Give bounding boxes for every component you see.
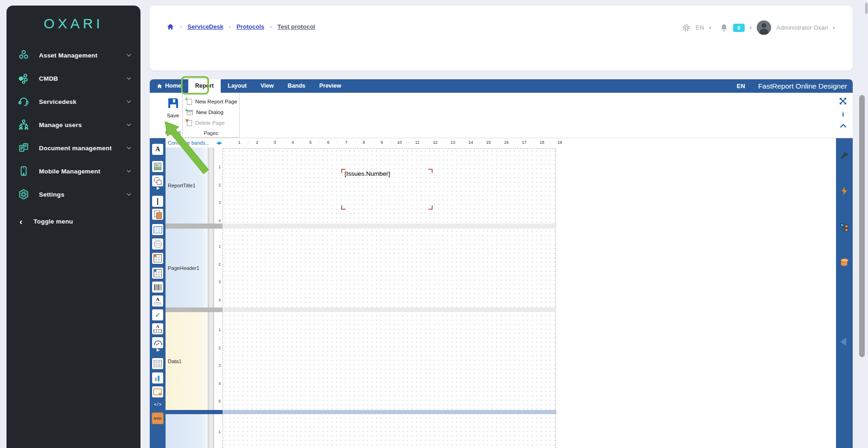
person-silhouette-icon — [757, 20, 771, 35]
shape-flyout-icon[interactable]: ▶ — [152, 186, 163, 190]
breadcrumb-card: › ServiceDesk › Protocols › Test protoco… — [150, 6, 853, 70]
selection-corner-icon — [428, 169, 433, 173]
report-tree-icon[interactable] — [840, 223, 849, 232]
cellular-text-tool[interactable]: A — [152, 323, 163, 334]
line-tool[interactable] — [152, 196, 163, 207]
fullscreen-icon[interactable] — [839, 97, 847, 105]
band-data[interactable]: Data1 — [166, 312, 208, 410]
breadcrumb-link-servicedesk[interactable]: ServiceDesk — [187, 23, 223, 30]
tab-report[interactable]: Report — [188, 79, 221, 93]
tab-view[interactable]: View — [254, 79, 281, 93]
ruler-dot: · — [354, 140, 356, 145]
ruler-dot: · — [390, 140, 391, 145]
ruler-number: 3 — [274, 140, 276, 145]
gauge-flyout-icon[interactable]: ▶ — [152, 347, 163, 352]
tab-preview[interactable]: Preview — [312, 79, 348, 93]
bands-header: Configure bands... ◀▶ — [166, 138, 223, 147]
properties-wrench-icon[interactable] — [840, 151, 849, 160]
ruler-number: 1 — [214, 244, 221, 249]
mobile-icon — [18, 165, 30, 177]
gauge-tool[interactable] — [152, 337, 163, 348]
ruler-dot: · — [515, 140, 516, 145]
ruler-dot: · — [214, 173, 221, 178]
menu-item-new-dialog[interactable]: New Dialog — [187, 107, 223, 117]
page-scrollbar-thumb[interactable] — [859, 95, 865, 357]
nodes-icon — [18, 72, 30, 84]
ruler-number: 11 — [415, 140, 419, 145]
menu-item-delete-page[interactable]: Delete Page — [187, 118, 224, 128]
table-tool[interactable] — [152, 224, 163, 235]
band-report-title[interactable]: ReportTitle1 — [166, 147, 208, 224]
notification-badge[interactable]: 0 — [733, 24, 745, 32]
h-ruler: ▶ ·1·2·3·4·5·6·7·8·9·10·11·12·13·14·15·1… — [223, 139, 558, 147]
subreport-tool[interactable] — [152, 209, 163, 220]
caret-down-icon[interactable]: ▾ — [833, 26, 835, 30]
sidebar-item-document-management[interactable]: Document management — [6, 136, 140, 160]
band-page-header[interactable]: PageHeader1 — [166, 229, 208, 307]
designer-workspace: A▶A✓A▶</>SVG Configure bands... ◀▶ Repor… — [150, 138, 853, 448]
ruler-dot: · — [214, 191, 221, 196]
breadcrumb-link-protocols[interactable]: Protocols — [236, 23, 264, 30]
band-separator[interactable] — [166, 307, 223, 312]
home-icon[interactable] — [166, 23, 174, 30]
tab-bands[interactable]: Bands — [281, 79, 312, 93]
info-icon[interactable]: i — [842, 110, 844, 118]
data-sources-database-icon[interactable] — [841, 260, 848, 266]
ruler-number: 2 — [214, 262, 221, 267]
ruler-dot: · — [479, 140, 480, 145]
sidebar-item-servicedesk[interactable]: Servicedesk — [6, 90, 140, 113]
caret-down-icon[interactable]: ▾ — [709, 26, 711, 30]
sidebar-item-manage-users[interactable]: Manage users — [6, 113, 140, 136]
sidebar-item-mobile-management[interactable]: Mobile Management — [6, 160, 140, 183]
ruler-dot: · — [461, 140, 463, 145]
page-scrollbar-top-thumb[interactable] — [865, 3, 868, 14]
caret-down-icon[interactable]: ▾ — [750, 26, 752, 30]
dotted-table-tool[interactable] — [152, 358, 163, 369]
band-next[interactable] — [166, 414, 208, 448]
floppy-disk-icon — [167, 97, 179, 109]
tab-home[interactable]: Home — [150, 79, 188, 93]
picture-tool[interactable] — [152, 161, 163, 172]
collapse-panel-icon[interactable] — [840, 338, 846, 346]
user-name: Administrator Oxari — [776, 24, 828, 31]
toggle-menu-button[interactable]: ‹ Toggle menu — [6, 211, 140, 232]
text-tool[interactable]: A — [152, 144, 163, 155]
svg-tool[interactable]: SVG — [152, 413, 163, 424]
band-separator[interactable] — [166, 224, 223, 229]
sidebar-item-label: Servicedesk — [39, 98, 117, 105]
html-tool[interactable]: </> — [152, 399, 163, 410]
designer-language[interactable]: EN — [737, 83, 745, 90]
field-object-issues-number[interactable]: [Issues.Number] — [341, 169, 433, 210]
shape-tool[interactable] — [152, 175, 163, 186]
barcode-tool[interactable] — [152, 282, 163, 293]
matrix-summary-tool[interactable] — [152, 268, 163, 279]
ruler-dot: · — [426, 140, 427, 145]
events-lightning-icon[interactable] — [840, 186, 849, 196]
map-tool[interactable] — [152, 238, 163, 250]
avatar[interactable] — [757, 20, 771, 35]
matrix-tool[interactable] — [152, 253, 163, 264]
checkbox-tool[interactable]: ✓ — [152, 309, 163, 320]
band-separator-selected[interactable] — [166, 410, 223, 414]
configure-bands-link[interactable]: Configure bands... — [166, 140, 216, 146]
sidebar-item-settings[interactable]: Settings — [6, 183, 140, 206]
signature-tool[interactable] — [152, 386, 163, 397]
sidebar-item-cmdb[interactable]: CMDB — [6, 67, 140, 90]
language-selector[interactable]: EN — [696, 24, 704, 31]
band-nav-arrows-icon[interactable]: ◀▶ — [216, 141, 223, 145]
menu-item-new-report-page[interactable]: New Report Page — [187, 96, 237, 107]
chevron-down-icon — [127, 77, 131, 80]
band-resize-strip[interactable] — [208, 147, 214, 448]
ruler-dot: · — [337, 140, 338, 145]
collapse-ribbon-icon[interactable] — [840, 124, 847, 128]
ruler-dot: · — [248, 140, 249, 145]
designer-toolbar: Home Report Layout View Bands Preview EN… — [150, 79, 853, 93]
rich-text-tool[interactable]: A — [152, 295, 163, 307]
sidebar-item-asset-management[interactable]: Asset Management — [6, 44, 140, 67]
bell-icon[interactable] — [720, 24, 728, 32]
tab-layout[interactable]: Layout — [221, 79, 254, 93]
gear-icon[interactable] — [682, 24, 690, 32]
chart-tool[interactable] — [152, 372, 163, 384]
home-icon — [157, 83, 162, 89]
sidebar-item-label: Manage users — [39, 122, 117, 128]
